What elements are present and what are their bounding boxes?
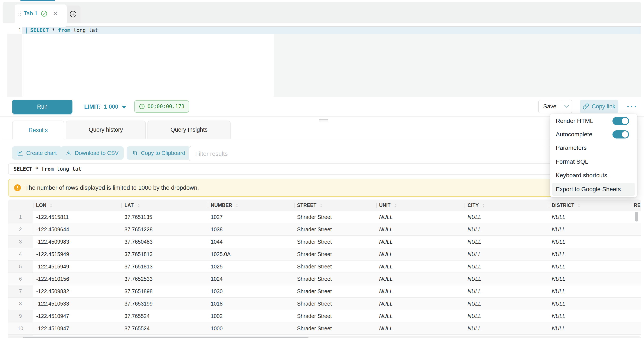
table-cell: NULL: [549, 236, 631, 248]
table-cell: -122.4509832: [33, 285, 122, 297]
saved-check-icon: [41, 10, 48, 17]
limit-value: 1 000: [104, 103, 118, 110]
drag-handle-icon[interactable]: [18, 12, 21, 16]
render-html-toggle[interactable]: [612, 117, 629, 125]
table-row[interactable]: 4-122.451594937.76518131025.0AShrader St…: [8, 248, 641, 260]
column-header-district[interactable]: DISTRICT▲▼: [549, 200, 631, 211]
menu-item-render-html[interactable]: Render HTML: [550, 114, 637, 128]
column-divider: [294, 203, 294, 208]
table-cell: -122.4509983: [33, 236, 122, 248]
column-divider: [464, 203, 465, 208]
create-chart-button[interactable]: Create chart: [12, 146, 62, 160]
text-caret: [26, 28, 27, 34]
menu-item-keyboard-shortcuts[interactable]: Keyboard shortcuts: [550, 169, 637, 182]
table-cell: -122.4515949: [33, 260, 122, 273]
more-options-button[interactable]: [628, 106, 636, 107]
horizontal-scrollbar[interactable]: [8, 336, 641, 338]
column-header-lat[interactable]: LAT▲▼: [122, 200, 208, 211]
download-csv-button[interactable]: Download to CSV: [61, 146, 124, 160]
table-cell: 1030: [208, 285, 294, 297]
menu-item-parameters[interactable]: Parameters: [550, 141, 637, 154]
results-table-container: LON▲▼ LAT▲▼ NUMBER▲▼ STREET▲▼ UNIT▲▼ CIT…: [8, 200, 641, 338]
limit-dropdown[interactable]: LIMIT: 1 000: [84, 100, 126, 114]
table-cell: NULL: [376, 223, 464, 236]
horizontal-scrollbar-thumb[interactable]: [23, 337, 308, 338]
column-header-city[interactable]: CITY▲▼: [464, 200, 549, 211]
elapsed-time: 00:00:00.173: [148, 103, 184, 109]
column-header-unit[interactable]: UNIT▲▼: [376, 200, 464, 211]
table-cell: NULL: [549, 297, 631, 310]
tab-1[interactable]: Tab 1 ✕: [15, 5, 67, 23]
table-cell: 1044: [208, 236, 294, 248]
table-cell: Shrader Street: [294, 248, 376, 260]
table-row[interactable]: 7-122.450983237.76518981030Shrader Stree…: [8, 285, 641, 297]
sort-icon[interactable]: ▲▼: [50, 203, 52, 208]
menu-item-export-google-sheets[interactable]: Export to Google Sheets: [552, 183, 635, 196]
table-row[interactable]: 1-122.451581137.76511351027Shrader Stree…: [8, 211, 641, 223]
sort-icon[interactable]: ▲▼: [137, 203, 140, 208]
table-cell: NULL: [376, 297, 464, 310]
column-divider: [549, 203, 549, 208]
table-cell: NULL: [549, 273, 631, 285]
copy-link-button[interactable]: Copy link: [580, 100, 618, 113]
table-row[interactable]: 3-122.450998337.76504831044Shrader Stree…: [8, 236, 641, 248]
table-row[interactable]: 5-122.451594937.76518131025Shrader Stree…: [8, 260, 641, 273]
table-cell: [631, 236, 641, 248]
row-number: 8: [8, 297, 33, 310]
sort-icon[interactable]: ▲▼: [394, 203, 396, 208]
table-cell: Shrader Street: [294, 310, 376, 322]
save-split-button: Save: [538, 100, 572, 113]
toggle-knob: [622, 118, 628, 124]
add-tab-button[interactable]: [66, 6, 80, 23]
tab-label: Tab 1: [24, 10, 38, 17]
run-button[interactable]: Run: [12, 100, 72, 114]
table-cell: -122.4510156: [33, 273, 122, 285]
table-cell: 37.7650483: [122, 236, 208, 248]
save-options-button[interactable]: [561, 100, 572, 113]
chevron-down-icon: [564, 105, 569, 108]
close-tab-icon[interactable]: ✕: [53, 11, 58, 17]
options-dropdown-menu: Render HTML Autocomplete Parameters Form…: [550, 114, 637, 197]
top-accent-bar: [20, 0, 55, 1]
table-row[interactable]: 10-122.451094737.7655241000Shrader Stree…: [8, 322, 641, 334]
table-cell: NULL: [376, 285, 464, 297]
table-cell: Shrader Street: [294, 260, 376, 273]
table-cell: NULL: [464, 310, 549, 322]
table-cell: 1024: [208, 273, 294, 285]
sql-editor[interactable]: 1 SELECT * from long_lat: [3, 23, 641, 97]
table-cell: NULL: [376, 236, 464, 248]
vertical-scrollbar-thumb[interactable]: [635, 212, 638, 222]
column-header-lon[interactable]: LON▲▼: [33, 200, 122, 211]
column-header-number[interactable]: NUMBER▲▼: [208, 200, 294, 211]
tab-results[interactable]: Results: [12, 121, 64, 139]
warning-text: The number of rows displayed is limited …: [25, 184, 199, 191]
menu-item-autocomplete[interactable]: Autocomplete: [550, 128, 637, 141]
table-cell: 1025.0A: [208, 248, 294, 260]
column-header-street[interactable]: STREET▲▼: [294, 200, 376, 211]
table-cell: Shrader Street: [294, 297, 376, 310]
menu-item-format-sql[interactable]: Format SQL: [550, 155, 637, 168]
table-row[interactable]: 9-122.451094737.7655241002Shrader Street…: [8, 310, 641, 322]
table-row[interactable]: 2-122.450964437.76512281038Shrader Stree…: [8, 223, 641, 236]
table-cell: 37.7651813: [122, 260, 208, 273]
column-header-re[interactable]: RE: [631, 200, 641, 211]
sort-icon[interactable]: ▲▼: [482, 203, 484, 208]
table-row[interactable]: 8-122.451053337.76531991018Shrader Stree…: [8, 297, 641, 310]
table-cell: NULL: [376, 273, 464, 285]
copy-to-clipboard-button[interactable]: Copy to Clipboard: [127, 146, 190, 160]
save-button[interactable]: Save: [539, 100, 561, 113]
autocomplete-toggle[interactable]: [612, 130, 629, 138]
table-cell: -122.4515949: [33, 248, 122, 260]
sort-icon[interactable]: ▲▼: [320, 203, 322, 208]
table-cell: NULL: [464, 248, 549, 260]
table-row[interactable]: 6-122.451015637.76525331024Shrader Stree…: [8, 273, 641, 285]
sort-icon[interactable]: ▲▼: [236, 203, 238, 208]
tab-query-insights[interactable]: Query Insights: [148, 121, 230, 139]
caret-down-icon: [122, 106, 126, 109]
sort-icon[interactable]: ▲▼: [578, 203, 580, 208]
table-cell: Shrader Street: [294, 273, 376, 285]
column-divider: [376, 203, 376, 208]
tab-query-history[interactable]: Query history: [66, 121, 146, 139]
row-number: 3: [8, 236, 33, 248]
table-cell: NULL: [464, 273, 549, 285]
